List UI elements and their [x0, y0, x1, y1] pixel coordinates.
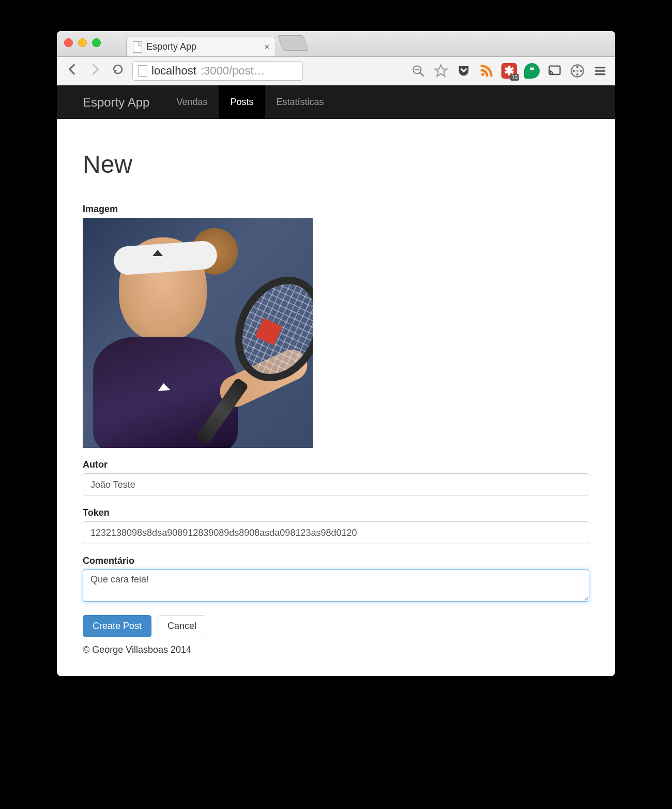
- svg-line-2: [420, 72, 423, 76]
- cancel-button[interactable]: Cancel: [158, 615, 206, 637]
- browser-window: Esporty App × localhost:3000/post…: [57, 31, 615, 676]
- brand[interactable]: Esporty App: [83, 95, 149, 110]
- autor-label: Autor: [83, 459, 589, 470]
- token-label: Token: [83, 507, 589, 518]
- browser-menu-icon[interactable]: [592, 63, 608, 79]
- window-close-button[interactable]: [64, 38, 73, 47]
- nav-link-vendas[interactable]: Vendas: [165, 85, 219, 119]
- comentario-textarea[interactable]: [83, 570, 589, 602]
- back-button[interactable]: [64, 63, 81, 80]
- button-row: Create Post Cancel: [83, 615, 589, 637]
- tab-close-icon[interactable]: ×: [265, 42, 269, 52]
- footer-text: © George Villasboas 2014: [83, 645, 589, 655]
- window-zoom-button[interactable]: [92, 38, 101, 47]
- url-host: localhost: [151, 64, 196, 78]
- url-bar[interactable]: localhost:3000/post…: [132, 61, 303, 81]
- forward-button[interactable]: [87, 63, 103, 80]
- svg-point-8: [576, 73, 579, 76]
- browser-toolbar: localhost:3000/post… ✱ 10 ❝: [57, 57, 615, 85]
- hangouts-extension-icon[interactable]: ❝: [524, 63, 540, 79]
- page-icon: [138, 65, 147, 77]
- zoom-out-icon[interactable]: [410, 63, 426, 79]
- film-reel-extension-icon[interactable]: [570, 63, 585, 79]
- asterisk-extension-icon[interactable]: ✱ 10: [501, 63, 517, 79]
- divider: [83, 188, 589, 188]
- svg-point-10: [576, 70, 578, 72]
- cast-extension-icon[interactable]: [547, 63, 562, 79]
- window-minimize-button[interactable]: [78, 38, 87, 47]
- autor-input[interactable]: [83, 473, 589, 496]
- extension-badge: 10: [510, 74, 519, 81]
- token-input[interactable]: [83, 521, 589, 544]
- toolbar-icons: ✱ 10 ❝: [410, 63, 608, 79]
- url-path: :3000/post…: [201, 64, 265, 78]
- tab-title: Esporty App: [146, 41, 196, 52]
- pocket-extension-icon[interactable]: [456, 63, 471, 79]
- svg-point-3: [481, 73, 484, 76]
- traffic-lights: [64, 38, 101, 47]
- svg-point-7: [580, 70, 583, 72]
- page-title: New: [83, 150, 589, 178]
- bookmark-star-icon[interactable]: [433, 63, 449, 79]
- app-navbar: Esporty App Vendas Posts Estatísticas: [57, 85, 615, 119]
- image-group: Imagem: [83, 204, 589, 448]
- create-post-button[interactable]: Create Post: [83, 615, 151, 637]
- shirt-logo: [157, 383, 170, 392]
- page-icon: [133, 41, 142, 53]
- nav-link-posts[interactable]: Posts: [219, 85, 265, 119]
- svg-point-6: [576, 66, 579, 69]
- post-image: [83, 218, 313, 448]
- titlebar: Esporty App ×: [57, 31, 615, 57]
- rss-extension-icon[interactable]: [479, 63, 494, 79]
- comentario-group: Comentário: [83, 556, 589, 604]
- comentario-label: Comentário: [83, 556, 589, 566]
- token-group: Token: [83, 507, 589, 544]
- image-label: Imagem: [83, 204, 589, 215]
- nav-link-estatisticas[interactable]: Estatísticas: [265, 85, 335, 119]
- page-content: New Imagem Autor Token: [57, 119, 615, 676]
- browser-tab[interactable]: Esporty App ×: [126, 37, 276, 56]
- reload-button[interactable]: [110, 63, 126, 79]
- new-tab-button[interactable]: [278, 35, 309, 51]
- autor-group: Autor: [83, 459, 589, 496]
- svg-point-9: [573, 70, 575, 72]
